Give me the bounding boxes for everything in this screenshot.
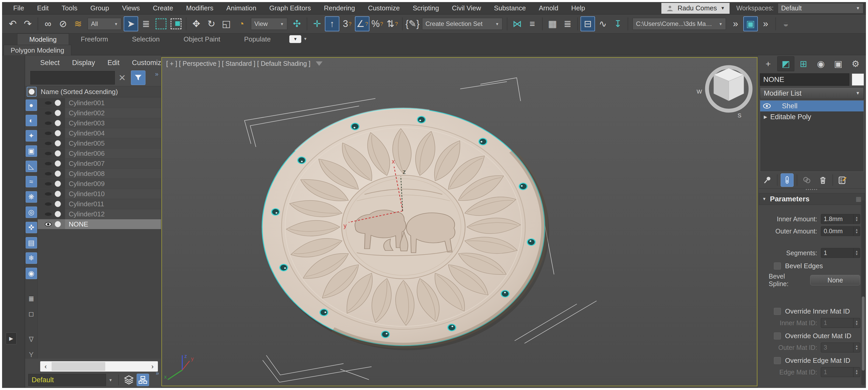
explorer-menu-edit[interactable]: Edit (101, 59, 126, 67)
ribbon-tab-object-paint[interactable]: Object Paint (172, 33, 232, 45)
scene-row-cylinder012[interactable]: Cylinder012 (38, 209, 161, 219)
list-view-icon[interactable]: ≣ (26, 293, 37, 304)
menu-arnold[interactable]: Arnold (532, 4, 565, 12)
scrollbar-thumb[interactable] (52, 362, 105, 371)
undo-icon[interactable]: ↶ (5, 16, 20, 31)
panel-scrollbar[interactable] (861, 200, 865, 385)
display-materials-filter-icon[interactable]: ▤ (26, 237, 37, 249)
ribbon-minimize-button[interactable]: ▼ (289, 35, 301, 43)
scene-row-cylinder010[interactable]: Cylinder010 (38, 189, 161, 199)
viewport-label[interactable]: [ + ] [ Perspective ] [ Standard ] [ Def… (166, 60, 322, 67)
make-unique-button[interactable] (800, 173, 813, 187)
panel-splitter[interactable]: •••••• (759, 188, 865, 192)
align-icon[interactable]: ≡ (525, 16, 539, 31)
modifier-label[interactable]: Editable Poly (770, 113, 811, 121)
blank-swatch-icon[interactable]: □ (26, 308, 37, 320)
scene-row-cylinder011[interactable]: Cylinder011 (38, 199, 161, 209)
selection-filter-dropdown[interactable]: All▼ (88, 18, 121, 30)
display-hidden-filter-icon[interactable]: ◉ (26, 268, 37, 279)
scrollbar-track[interactable] (51, 361, 147, 371)
spinner-snap-toggle-icon[interactable]: ⇅? (385, 16, 400, 31)
expand-panel-button[interactable]: ▶ (6, 332, 17, 345)
scene-row-cylinder006[interactable]: Cylinder006 (38, 149, 161, 159)
compass-south-label[interactable]: S (738, 112, 742, 119)
select-and-move-icon[interactable]: ✥ (189, 16, 204, 31)
snap-cross-icon[interactable]: ✛ (310, 16, 324, 31)
display-frozen-filter-icon[interactable]: ❄ (26, 252, 37, 264)
toolbar-overflow-icon[interactable]: » (728, 16, 743, 31)
modifier-list-dropdown[interactable]: Modifier List ▼ (760, 87, 864, 99)
toggle-scene-explorer-icon[interactable]: ▦ (545, 16, 560, 31)
search-input[interactable] (30, 71, 115, 85)
visibility-eye-closed-icon[interactable] (45, 111, 52, 115)
display-shapes-filter-icon[interactable]: ◐ (26, 115, 37, 126)
horizontal-scrollbar[interactable]: ‹ › (40, 361, 158, 371)
display-all-filter-icon[interactable]: ● (26, 99, 37, 111)
angle-snap-toggle-icon[interactable]: ∠? (355, 16, 369, 31)
display-helpers-filter-icon[interactable]: ◺ (26, 161, 37, 172)
scene-row-cylinder005[interactable]: Cylinder005 (38, 138, 161, 149)
user-account-button[interactable]: Radu Comes ▼ (661, 3, 730, 14)
scene-row-none[interactable]: NONE (38, 219, 161, 229)
explorer-preset-dropdown[interactable]: Default (28, 374, 106, 386)
override-edge-mat-id-checkbox[interactable] (774, 357, 781, 364)
viewport-funnel-icon[interactable] (316, 61, 322, 66)
override-inner-mat-id-checkbox[interactable] (774, 308, 781, 315)
menu-edit[interactable]: Edit (31, 4, 55, 12)
visibility-eye-closed-icon[interactable] (45, 202, 52, 206)
select-object-icon[interactable]: ➤ (124, 16, 138, 31)
remove-modifier-button[interactable] (816, 173, 829, 187)
modifier-stack-item-editable-poly[interactable]: ▶ Editable Poly (760, 111, 864, 122)
display-cameras-filter-icon[interactable]: ▣ (26, 145, 37, 157)
inner-amount-spinner[interactable]: 1.8mm ▲▼ (821, 214, 860, 224)
select-and-link-icon[interactable]: ∞ (41, 16, 55, 31)
autobackup-save-icon[interactable]: ▣ (743, 16, 758, 31)
visibility-eye-open-icon[interactable] (45, 222, 52, 226)
visibility-eye-closed-icon[interactable] (45, 122, 52, 125)
tab-utilities[interactable]: ⚙ (847, 56, 864, 71)
dope-sheet-icon[interactable]: ↧ (611, 16, 625, 31)
menu-animation[interactable]: Animation (220, 4, 263, 12)
pin-stack-button[interactable] (761, 173, 774, 187)
modifier-label[interactable]: Shell (782, 102, 798, 110)
clear-search-icon[interactable]: ✕ (119, 72, 126, 83)
bevel-spline-none-button[interactable]: None (810, 275, 860, 285)
visibility-eye-closed-icon[interactable] (45, 162, 52, 165)
visibility-eye-closed-icon[interactable] (45, 213, 52, 216)
display-bones-filter-icon[interactable]: ◎ (26, 206, 37, 218)
select-and-rotate-icon[interactable]: ↻ (204, 16, 219, 31)
menu-tools[interactable]: Tools (55, 4, 84, 12)
scene-row-cylinder007[interactable]: Cylinder007 (38, 159, 161, 169)
search-filter-button[interactable] (131, 70, 146, 85)
toggle-ribbon-icon[interactable]: ⊟ (581, 16, 595, 31)
search-overflow-icon[interactable]: » (155, 70, 158, 78)
spinner-arrows-icon[interactable]: ▲▼ (853, 214, 860, 224)
visibility-eye-closed-icon[interactable] (45, 182, 52, 186)
scroll-left-icon[interactable]: ‹ (40, 362, 51, 370)
ribbon-tab-populate[interactable]: Populate (232, 33, 283, 45)
menu-civil-view[interactable]: Civil View (445, 4, 487, 12)
scene-row-cylinder001[interactable]: Cylinder001 (38, 98, 161, 108)
bind-to-space-warp-icon[interactable]: ≋ (71, 16, 85, 31)
render-setup-icon[interactable]: ◒ (779, 16, 793, 31)
parameters-rollout-header[interactable]: ▼ Parameters ▦ (759, 193, 865, 205)
window-crossing-icon[interactable] (170, 19, 182, 29)
project-folder-dropdown[interactable]: C:\Users\Come...\3ds Max 2023▼ (632, 18, 726, 30)
menu-help[interactable]: Help (565, 4, 591, 12)
outer-amount-spinner[interactable]: 0.0mm ▲▼ (821, 226, 860, 236)
spinner-arrows-icon[interactable]: ▲▼ (853, 248, 860, 258)
visibility-eye-closed-icon[interactable] (45, 152, 52, 155)
menu-customize[interactable]: Customize (362, 4, 406, 12)
scene-row-cylinder004[interactable]: Cylinder004 (38, 128, 161, 138)
tab-create[interactable]: + (760, 56, 776, 71)
scene-row-cylinder008[interactable]: Cylinder008 (38, 169, 161, 179)
display-particles-filter-icon[interactable]: ❋ (26, 191, 37, 203)
object-color-swatch[interactable] (852, 74, 864, 86)
segments-spinner[interactable]: 1 ▲▼ (821, 248, 860, 258)
layer-explorer-mode-button[interactable] (123, 374, 135, 386)
scene-row-cylinder003[interactable]: Cylinder003 (38, 118, 161, 128)
modifier-visibility-eye-icon[interactable] (763, 103, 771, 109)
polygon-modeling-panel-tab[interactable]: Polygon Modeling (4, 45, 71, 56)
visibility-eye-closed-icon[interactable] (45, 132, 52, 135)
explorer-menu-display[interactable]: Display (66, 59, 101, 67)
